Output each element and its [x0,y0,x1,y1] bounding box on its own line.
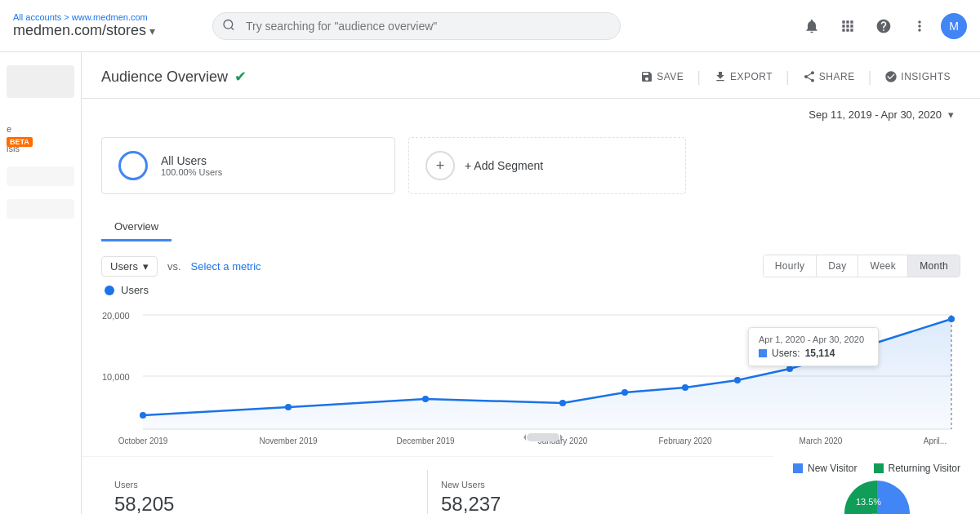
data-point-0 [140,412,146,419]
new-users-metric-card: New Users 58,237 [428,470,754,514]
add-segment-label: + Add Segment [465,159,543,172]
content-area: Audience Overview ✔ SAVE | EXPORT | SHAR… [82,52,980,514]
search-wrapper [212,12,621,40]
divider-1: | [697,69,701,86]
more-options-button[interactable] [905,11,934,41]
segments-section: All Users 100.00% Users + + Add Segment [82,124,980,207]
chart-area-fill [143,319,951,429]
svg-text:November 2019: November 2019 [259,436,318,445]
new-visitor-box [793,463,803,473]
save-label: SAVE [657,71,684,82]
users-metric-card: Users 58,205 [101,470,428,514]
day-button[interactable]: Day [817,255,858,277]
data-point-5 [682,384,688,391]
new-users-metric-value: 58,237 [441,493,741,514]
data-point-1 [285,404,292,410]
time-buttons: Hourly Day Week Month [763,255,960,277]
divider-3: | [868,69,872,86]
chart-legend: Users [101,284,960,296]
svg-text:April...: April... [924,436,947,445]
pie-label: 13.5% [856,497,881,507]
avatar[interactable]: M [941,13,967,39]
svg-text:10,000: 10,000 [102,372,130,382]
search-input[interactable] [212,12,621,40]
sidebar-item-e[interactable]: e [7,124,74,134]
page-title: Audience Overview ✔ [101,68,247,86]
chart-area: Users 20,000 10,000 [82,284,980,450]
breadcrumb-link[interactable]: All accounts > www.medmen.com [13,12,148,22]
site-dropdown-arrow[interactable]: ▾ [149,24,155,38]
site-title-text: medmen.com/stores [13,22,146,39]
share-label: SHARE [819,71,855,82]
svg-text:February 2020: February 2020 [658,436,711,445]
date-range-section: Sep 11, 2019 - Apr 30, 2020 ▾ [82,99,980,124]
sidebar-block-1 [7,65,74,98]
page-title-text: Audience Overview [101,69,228,86]
metric-dropdown-icon: ▾ [143,260,149,273]
nav-icons: M [797,11,967,41]
breadcrumb: All accounts > www.medmen.com [13,12,193,22]
nav-left: All accounts > www.medmen.com medmen.com… [13,12,193,39]
share-button[interactable]: SHARE [793,65,865,88]
scroll-handle[interactable] [527,433,559,441]
svg-text:March 2020: March 2020 [800,436,843,445]
tabs-section: Overview [82,214,980,241]
svg-text:December 2019: December 2019 [396,436,455,445]
svg-text:October 2019: October 2019 [118,436,168,445]
search-icon [222,18,235,33]
data-point-7 [786,366,793,372]
all-users-segment[interactable]: All Users 100.00% Users [101,137,395,194]
svg-text:20,000: 20,000 [102,311,130,321]
bottom-section: Users 58,205 New Users 58,237 [82,450,980,514]
verified-icon: ✔ [234,68,247,86]
month-button[interactable]: Month [908,255,960,277]
week-button[interactable]: Week [858,255,908,277]
overview-tab[interactable]: Overview [101,214,172,241]
metric-label: Users [110,260,138,273]
all-users-name: All Users [161,154,222,167]
date-range-label: Sep 11, 2019 - Apr 30, 2020 [808,109,942,121]
users-metric-value: 58,205 [114,493,414,514]
date-range-arrow-icon: ▾ [948,109,954,121]
data-point-8 [837,351,844,357]
all-users-info: All Users 100.00% Users [161,154,222,177]
metric-selector[interactable]: Users ▾ [101,256,158,277]
data-point-3 [559,400,566,406]
main-layout: BETA e isis Audience Overview ✔ SAVE | E [0,52,980,514]
notifications-button[interactable] [797,11,826,41]
save-button[interactable]: SAVE [630,65,693,88]
vs-text: vs. [167,260,181,273]
users-legend-dot [105,286,114,295]
chart-controls: Users ▾ vs. Select a metric Hourly Day W… [82,241,980,284]
export-label: EXPORT [730,71,773,82]
sidebar: BETA e isis [0,52,82,514]
users-metric-title: Users [114,480,414,490]
hourly-button[interactable]: Hourly [764,255,817,277]
add-segment-card[interactable]: + + Add Segment [408,137,686,194]
data-point-2 [422,396,429,402]
site-title[interactable]: medmen.com/stores ▾ [13,22,193,39]
search-bar [212,12,777,40]
data-point-6 [734,377,741,383]
grid-button[interactable] [833,11,862,41]
add-segment-circle: + [425,151,455,180]
all-users-pct: 100.00% Users [161,167,222,177]
content-header: Audience Overview ✔ SAVE | EXPORT | SHAR… [82,52,980,99]
select-metric[interactable]: Select a metric [191,260,261,273]
divider-2: | [786,69,790,86]
help-button[interactable] [869,11,898,41]
top-nav: All accounts > www.medmen.com medmen.com… [0,0,980,52]
data-point-4 [621,389,628,396]
scroll-left-arrow[interactable] [523,434,526,441]
insights-button[interactable]: INSIGHTS [875,65,960,88]
date-range-button[interactable]: Sep 11, 2019 - Apr 30, 2020 ▾ [802,105,960,124]
users-legend-label: Users [121,284,149,296]
chart-svg-wrap: 20,000 10,000 [101,303,960,450]
beta-badge: BETA [7,137,33,147]
new-users-metric-title: New Users [441,480,741,490]
all-users-circle [118,151,148,180]
header-actions: SAVE | EXPORT | SHARE | INSIGHTS [630,65,960,88]
sidebar-block-3 [7,199,74,219]
export-button[interactable]: EXPORT [704,65,782,88]
sidebar-block-2 [7,166,74,186]
